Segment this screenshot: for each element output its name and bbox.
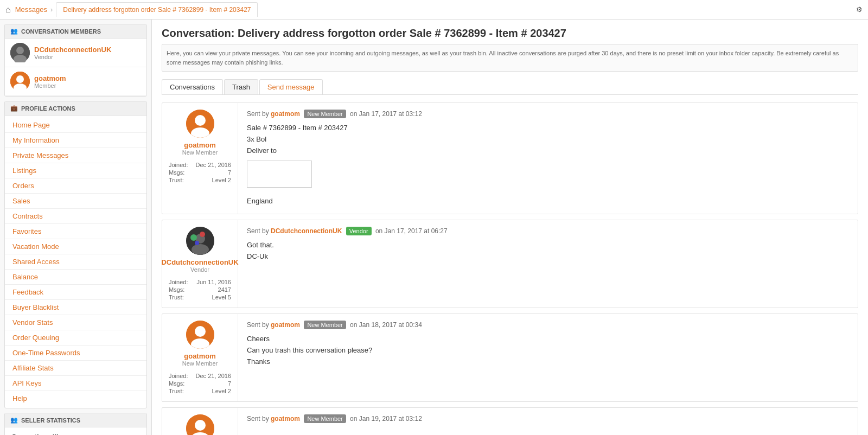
svg-point-1 xyxy=(16,47,24,54)
sender-avatar-3 xyxy=(186,321,214,349)
svg-point-11 xyxy=(192,244,209,255)
svg-point-19 xyxy=(195,420,206,431)
message-text-3: Cheers Can you trash this conversation p… xyxy=(247,334,849,367)
svg-point-12 xyxy=(190,234,197,241)
msg3-badge: New Member xyxy=(304,321,346,329)
vendor-avatar xyxy=(10,43,30,62)
member-name[interactable]: goatmom xyxy=(34,74,66,82)
profile-icon: 💼 xyxy=(10,105,18,112)
link-api-keys[interactable]: API Keys xyxy=(5,377,146,389)
link-vendor-stats[interactable]: Vendor Stats xyxy=(5,316,146,329)
link-orders[interactable]: Orders xyxy=(5,180,146,192)
message-card-1: goatmom New Member Joined:Dec 21, 2016 M… xyxy=(162,103,858,214)
top-nav-right: ⚙ xyxy=(856,5,863,14)
message-body-1: Sent by goatmom New Member on Jan 17, 20… xyxy=(238,103,858,214)
link-listings[interactable]: Listings xyxy=(5,164,146,177)
main-content: Conversation: Delivery address forgotton… xyxy=(152,20,868,435)
vendor-name[interactable]: DCdutchconnectionUK xyxy=(34,46,111,54)
link-contracts[interactable]: Contracts xyxy=(5,210,146,222)
sender-panel-3: goatmom New Member Joined:Dec 21, 2016 M… xyxy=(162,314,238,401)
msg1-badge: New Member xyxy=(304,110,346,118)
sender-avatar-2 xyxy=(186,227,214,255)
conversation-members-section: 👥 CONVERSATION MEMBERS DCdutchconnection… xyxy=(4,24,147,97)
link-buyer-blacklist[interactable]: Buyer Blacklist xyxy=(5,301,146,314)
link-shared-access[interactable]: Shared Access xyxy=(5,255,146,268)
seller-stats-header: 👥 SELLER STATISTICS xyxy=(5,413,146,427)
member-item-vendor: DCdutchconnectionUK Vendor xyxy=(5,39,146,67)
link-home-page[interactable]: Home Page xyxy=(5,119,146,131)
active-tab-label: Delivery address forgotton order Sale # … xyxy=(56,2,258,17)
link-help[interactable]: Help xyxy=(5,392,146,405)
link-otp[interactable]: One-Time Passwords xyxy=(5,347,146,359)
profile-actions-list: Home Page My Information Private Message… xyxy=(5,116,146,408)
tabs-bar: Conversations Trash Send message xyxy=(162,79,858,95)
members-icon: 👥 xyxy=(10,28,18,35)
seller-statistics-section: 👥 SELLER STATISTICS Currently selling Li… xyxy=(4,413,147,435)
seller-stats-content: Currently selling Listed items 0 Will se… xyxy=(5,427,146,435)
msg2-badge: Vendor xyxy=(346,227,372,235)
vendor-role: Vendor xyxy=(34,54,111,60)
link-balance[interactable]: Balance xyxy=(5,271,146,283)
link-affiliate-stats[interactable]: Affiliate Stats xyxy=(5,362,146,374)
settings-icon[interactable]: ⚙ xyxy=(856,5,863,14)
svg-point-16 xyxy=(195,326,206,337)
msg3-sender-link[interactable]: goatmom xyxy=(271,321,300,329)
message-text-2: Got that. DC-Uk xyxy=(247,240,849,263)
sender-name-3[interactable]: goatmom xyxy=(184,352,216,360)
main-layout: 👥 CONVERSATION MEMBERS DCdutchconnection… xyxy=(0,20,868,435)
member-info: goatmom Member xyxy=(34,74,66,89)
message-body-2: Sent by DCdutchconnectionUK Vendor on Ja… xyxy=(238,220,858,308)
sender-role-2: Vendor xyxy=(190,266,209,273)
message-body-4: Sent by goatmom New Member on Jan 19, 20… xyxy=(238,408,858,435)
svg-point-14 xyxy=(195,241,199,245)
message-header-4: Sent by goatmom New Member on Jan 19, 20… xyxy=(247,414,849,423)
member-avatar xyxy=(10,72,30,91)
messages-nav-link[interactable]: Messages xyxy=(15,5,47,14)
page-description: Here, you can view your private messages… xyxy=(162,44,858,72)
sender-meta-3: Joined:Dec 21, 2016 Msgs:7 Trust:Level 2 xyxy=(169,372,231,395)
vendor-info: DCdutchconnectionUK Vendor xyxy=(34,46,111,60)
sender-avatar-1 xyxy=(186,110,214,138)
link-order-queuing[interactable]: Order Queuing xyxy=(5,331,146,344)
sender-panel-2: DCdutchconnectionUK Vendor Joined:Jun 11… xyxy=(162,220,238,308)
tab-send-message[interactable]: Send message xyxy=(259,79,323,94)
link-vacation-mode[interactable]: Vacation Mode xyxy=(5,240,146,253)
sidebar: 👥 CONVERSATION MEMBERS DCdutchconnection… xyxy=(0,20,152,435)
member-role: Member xyxy=(34,82,66,89)
conversation-members-header: 👥 CONVERSATION MEMBERS xyxy=(5,24,146,39)
seller-icon: 👥 xyxy=(10,417,18,424)
message-card-4: Sent by goatmom New Member on Jan 19, 20… xyxy=(162,407,858,435)
sender-panel-4 xyxy=(162,408,238,435)
tab-trash[interactable]: Trash xyxy=(224,79,258,94)
svg-point-4 xyxy=(16,75,24,83)
svg-point-7 xyxy=(195,115,206,126)
sender-meta-2: Joined:Jun 11, 2016 Msgs:2417 Trust:Leve… xyxy=(169,278,231,301)
link-favorites[interactable]: Favorites xyxy=(5,225,146,238)
profile-actions-header: 💼 PROFILE ACTIONS xyxy=(5,101,146,116)
msg1-sender-link[interactable]: goatmom xyxy=(271,110,300,118)
message-header-3: Sent by goatmom New Member on Jan 18, 20… xyxy=(247,321,849,329)
nav-separator: › xyxy=(50,5,53,14)
sender-panel-1: goatmom New Member Joined:Dec 21, 2016 M… xyxy=(162,103,238,214)
home-icon[interactable]: ⌂ xyxy=(5,5,11,15)
message-header-1: Sent by goatmom New Member on Jan 17, 20… xyxy=(247,110,849,118)
top-nav: ⌂ Messages › Delivery address forgotton … xyxy=(0,0,868,20)
message-body-3: Sent by goatmom New Member on Jan 18, 20… xyxy=(238,314,858,401)
msg2-sender-link[interactable]: DCdutchconnectionUK xyxy=(271,227,342,235)
sender-avatar-4 xyxy=(186,414,214,435)
member-item-member: goatmom Member xyxy=(5,67,146,96)
link-private-messages[interactable]: Private Messages xyxy=(5,149,146,162)
link-sales[interactable]: Sales xyxy=(5,195,146,207)
sender-name-2[interactable]: DCdutchconnectionUK xyxy=(161,258,238,266)
tab-conversations[interactable]: Conversations xyxy=(162,79,223,94)
message-card-3: goatmom New Member Joined:Dec 21, 2016 M… xyxy=(162,314,858,402)
sender-role-1: New Member xyxy=(182,149,218,156)
sender-name-1[interactable]: goatmom xyxy=(184,141,216,149)
address-box xyxy=(247,161,312,188)
msg4-sender-link[interactable]: goatmom xyxy=(271,415,300,423)
message-card-2: DCdutchconnectionUK Vendor Joined:Jun 11… xyxy=(162,220,858,308)
link-feedback[interactable]: Feedback xyxy=(5,286,146,298)
profile-actions-section: 💼 PROFILE ACTIONS Home Page My Informati… xyxy=(4,101,147,408)
link-my-information[interactable]: My Information xyxy=(5,134,146,146)
svg-point-13 xyxy=(200,232,205,237)
